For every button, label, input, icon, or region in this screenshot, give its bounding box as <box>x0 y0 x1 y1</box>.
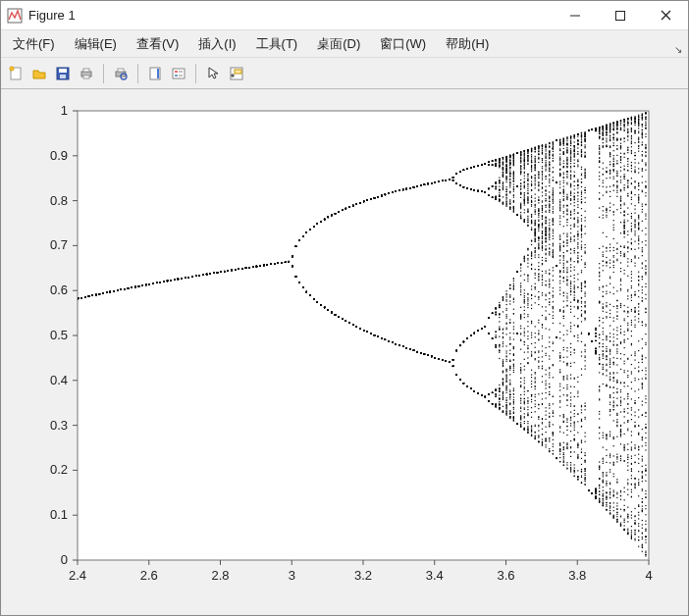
svg-text:3.2: 3.2 <box>354 568 372 583</box>
menubar: 文件(F) 编辑(E) 查看(V) 插入(I) 工具(T) 桌面(D) 窗口(W… <box>1 30 688 58</box>
close-button[interactable] <box>643 1 688 30</box>
svg-text:2.4: 2.4 <box>69 568 86 583</box>
plot-area: 2.42.62.833.23.43.63.8400.10.20.30.40.50… <box>1 89 688 615</box>
toolbar-separator <box>137 64 138 83</box>
menu-edit[interactable]: 编辑(E) <box>71 33 121 55</box>
svg-rect-11 <box>83 69 89 72</box>
svg-text:4: 4 <box>645 568 652 583</box>
menu-window[interactable]: 窗口(W) <box>376 33 430 55</box>
print-button[interactable] <box>76 63 97 84</box>
save-button[interactable] <box>52 63 74 84</box>
svg-text:0: 0 <box>61 552 68 567</box>
svg-text:0.9: 0.9 <box>50 148 68 163</box>
new-figure-button[interactable] <box>5 63 26 84</box>
svg-rect-24 <box>235 70 241 74</box>
legend-button[interactable] <box>168 63 189 84</box>
menu-view[interactable]: 查看(V) <box>132 33 183 55</box>
dock-arrow-icon[interactable]: ↘ <box>674 44 682 55</box>
menu-desktop[interactable]: 桌面(D) <box>313 33 364 55</box>
svg-text:0.7: 0.7 <box>50 237 68 252</box>
svg-text:2.8: 2.8 <box>211 568 229 583</box>
bifurcation-chart: 2.42.62.833.23.43.63.8400.10.20.30.40.50… <box>1 89 688 615</box>
svg-text:3.6: 3.6 <box>497 568 514 583</box>
svg-rect-17 <box>157 69 159 78</box>
window-title: Figure 1 <box>28 8 76 23</box>
svg-text:3.4: 3.4 <box>426 568 444 583</box>
svg-text:0.4: 0.4 <box>50 373 68 387</box>
svg-text:0.5: 0.5 <box>50 328 68 342</box>
svg-text:0.3: 0.3 <box>50 418 68 433</box>
pointer-button[interactable] <box>202 63 224 84</box>
colorbar-button[interactable] <box>144 63 166 84</box>
open-button[interactable] <box>28 63 50 84</box>
svg-text:0.1: 0.1 <box>50 507 68 522</box>
print-preview-button[interactable] <box>110 63 132 84</box>
menu-tools[interactable]: 工具(T) <box>252 33 302 55</box>
svg-text:1: 1 <box>61 103 68 118</box>
toolbar-separator <box>103 64 104 83</box>
svg-rect-18 <box>173 69 185 78</box>
svg-rect-8 <box>59 69 67 73</box>
titlebar: Figure 1 <box>1 1 688 30</box>
svg-text:3.8: 3.8 <box>568 568 586 583</box>
menu-file[interactable]: 文件(F) <box>9 33 59 55</box>
app-icon <box>7 8 23 24</box>
maximize-button[interactable] <box>598 1 643 30</box>
svg-rect-2 <box>616 11 625 20</box>
minimize-button[interactable] <box>553 1 598 30</box>
svg-rect-14 <box>118 69 124 72</box>
menu-insert[interactable]: 插入(I) <box>194 33 239 55</box>
svg-text:0.8: 0.8 <box>50 193 68 208</box>
svg-text:0.6: 0.6 <box>50 282 68 297</box>
svg-text:3: 3 <box>289 568 295 583</box>
toolbar <box>1 58 688 89</box>
menu-help[interactable]: 帮助(H) <box>442 33 493 55</box>
svg-rect-12 <box>83 76 89 78</box>
svg-text:0.2: 0.2 <box>50 462 68 477</box>
svg-text:2.6: 2.6 <box>140 568 158 583</box>
data-cursor-button[interactable] <box>226 63 247 84</box>
svg-rect-9 <box>60 75 66 78</box>
svg-point-6 <box>10 66 14 70</box>
toolbar-separator <box>195 64 196 83</box>
